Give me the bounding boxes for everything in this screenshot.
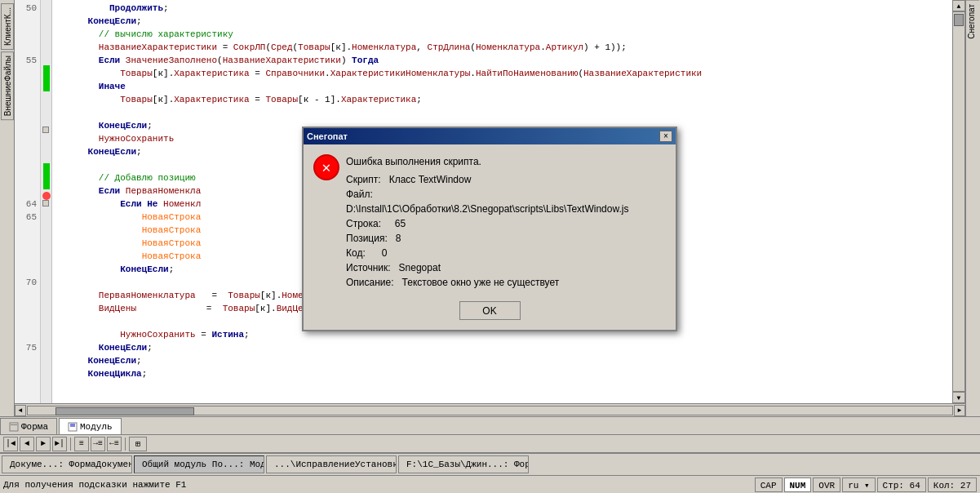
toolbar-btn-5[interactable]: ≡ [74,437,89,451]
status-hint: Для получения подсказки нажмите F1 [0,480,755,490]
script-line: Скрипт: Класс TextWindow [346,172,666,187]
toolbar-btn-1[interactable]: |◄ [3,437,18,451]
svg-rect-0 [10,423,18,431]
desc-line: Описание: Текстовое окно уже не существу… [346,275,666,290]
status-num: NUM [784,477,812,492]
taskbar-item-0[interactable]: Докуме...: ФормаДокумента [2,455,132,473]
svg-rect-1 [11,424,17,425]
toolbar-btn-8[interactable]: ⊞ [129,437,147,451]
code-value: 0 [382,247,388,259]
modal-main-row: ✕ Ошибка выполнения скрипта. Скрипт: Кла… [313,154,666,290]
toolbar-btn-4[interactable]: ►| [52,437,67,451]
desc-label: Описание: [346,277,394,288]
bottom-toolbar: |◄ ◄ ► ►| ≡ →≡ ←≡ ⊞ [0,434,980,452]
pos-value: 8 [396,233,401,244]
code-line-modal: Код: 0 [346,246,666,260]
status-row: Стр: 64 [877,477,926,492]
source-value: Snegopat [399,262,441,273]
modal-overlay: Снегопат × ✕ Ошибка выполнения скрипта. … [0,0,980,416]
taskbar: Докуме...: ФормаДокумента Общий модуль П… [0,452,980,475]
error-title: Ошибка выполнения скрипта. [346,154,666,169]
modal-content: ✕ Ошибка выполнения скрипта. Скрипт: Кла… [304,144,676,330]
editor-tabs: Форма Модуль [0,416,980,434]
source-label: Источник: [346,262,391,273]
pos-label: Позиция: [346,233,388,244]
status-bar: Для получения подсказки нажмите F1 CAP N… [0,475,980,493]
source-line: Источник: Snegopat [346,260,666,275]
modal-title: Снегопат [307,131,348,141]
taskbar-item-1[interactable]: Общий модуль По...: Модуль [134,455,264,473]
error-dialog: Снегопат × ✕ Ошибка выполнения скрипта. … [302,127,677,331]
module-icon [68,422,78,432]
toolbar-btn-6[interactable]: →≡ [91,437,105,451]
code-label: Код: [346,247,366,259]
ok-button[interactable]: OK [459,301,521,320]
modal-close-button[interactable]: × [659,131,672,142]
tab-forma[interactable]: Форма [0,418,57,434]
line-value: 65 [395,218,406,229]
status-ovr: OVR [813,477,840,492]
pos-line: Позиция: 8 [346,231,666,246]
taskbar-item-2[interactable]: ...\ИсправлениеУстановки... [266,455,397,473]
main-window: КлиентК... ВнешниеФайлы 50 55 [0,0,980,493]
taskbar-item-3[interactable]: F:\1C_Базы\Джин...: Форма [398,455,529,473]
status-lang: ru ▾ [842,477,875,492]
status-items: CAP NUM OVR ru ▾ Стр: 64 Кол: 27 [755,477,980,492]
toolbar-btn-2[interactable]: ◄ [20,437,34,451]
modal-titlebar: Снегопат × [304,128,676,144]
modal-buttons: OK [313,301,666,320]
tab-module[interactable]: Модуль [59,418,122,434]
file-value: D:\Install\1С\Обработки\8.2\Snegopat\scr… [346,203,628,215]
error-icon: ✕ [313,154,339,180]
modal-text-block: Ошибка выполнения скрипта. Скрипт: Класс… [346,154,666,290]
line-number-line: Строка: 65 [346,216,666,231]
toolbar-sep-2 [125,437,126,451]
toolbar-btn-7[interactable]: ←≡ [107,437,122,451]
editor-area: КлиентК... ВнешниеФайлы 50 55 [0,0,980,416]
script-label: Скрипт: [346,174,381,185]
line-label: Строка: [346,218,381,229]
script-value: Класс TextWindow [389,174,472,185]
file-line: Файл: D:\Install\1С\Обработки\8.2\Snegop… [346,187,666,216]
form-icon [9,422,19,432]
status-cap: CAP [755,477,783,492]
toolbar-sep-1 [70,437,71,451]
desc-value: Текстовое окно уже не существует [402,277,560,288]
status-col: Кол: 27 [928,477,977,492]
toolbar-btn-3[interactable]: ► [36,437,51,451]
file-label: Файл: [346,189,373,200]
